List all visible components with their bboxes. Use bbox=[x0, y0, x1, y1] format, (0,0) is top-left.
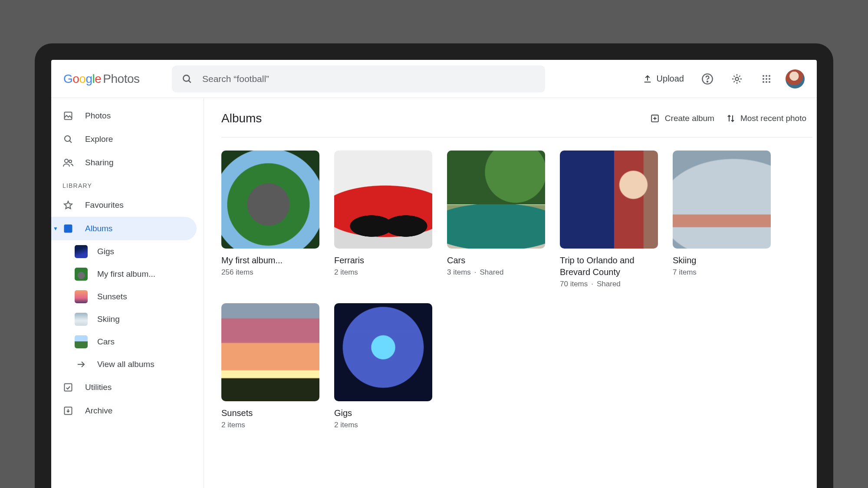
svg-point-3 bbox=[707, 81, 708, 82]
page-title: Albums bbox=[221, 111, 644, 125]
svg-line-1 bbox=[188, 80, 191, 82]
sidebar-item-archive[interactable]: Archive bbox=[51, 399, 197, 422]
upload-icon bbox=[643, 74, 652, 84]
sidebar-item-label: Archive bbox=[85, 406, 112, 416]
album-thumbnail bbox=[75, 290, 88, 303]
album-meta: 3 items·Shared bbox=[447, 268, 545, 277]
album-meta: 2 items bbox=[334, 268, 432, 277]
sidebar-item-favourites[interactable]: Favourites bbox=[51, 193, 197, 217]
sidebar-item-label: Explore bbox=[85, 134, 113, 144]
sidebar-subitem-my-first-album[interactable]: My first album... bbox=[51, 263, 197, 285]
sidebar-subitem-cars[interactable]: Cars bbox=[51, 331, 197, 353]
album-shared-badge: Shared bbox=[480, 268, 504, 276]
svg-point-0 bbox=[183, 75, 189, 81]
search-icon bbox=[181, 73, 193, 85]
sort-button[interactable]: Most recent photo bbox=[720, 110, 812, 127]
svg-point-5 bbox=[763, 75, 764, 77]
sidebar-subitem-gigs[interactable]: Gigs bbox=[51, 240, 197, 263]
album-title: Trip to Orlando and Brevard County bbox=[560, 255, 658, 278]
album-cover bbox=[560, 151, 658, 249]
sidebar-item-label: Favourites bbox=[85, 200, 124, 210]
svg-rect-21 bbox=[65, 384, 72, 391]
sidebar-item-label: Gigs bbox=[97, 247, 114, 256]
album-card[interactable]: Cars 3 items·Shared bbox=[447, 151, 545, 288]
sidebar-section-label: LIBRARY bbox=[51, 174, 204, 193]
sort-label: Most recent photo bbox=[740, 114, 806, 123]
app-header: G o o g l e Photos bbox=[51, 60, 817, 98]
sidebar-item-label: Photos bbox=[85, 111, 111, 121]
sidebar-item-utilities[interactable]: Utilities bbox=[51, 376, 197, 399]
album-meta: 7 items bbox=[673, 268, 771, 277]
plus-box-icon bbox=[650, 114, 660, 123]
album-card[interactable]: My first album... 256 items bbox=[221, 151, 319, 288]
svg-rect-14 bbox=[65, 112, 72, 120]
sidebar: Photos Explore Sharing bbox=[51, 98, 204, 488]
sidebar-item-label: Albums bbox=[85, 224, 112, 233]
sidebar-item-photos[interactable]: Photos bbox=[51, 104, 197, 128]
album-card[interactable]: Trip to Orlando and Brevard County 70 it… bbox=[560, 151, 658, 288]
main-content: Albums Create album bbox=[204, 98, 817, 488]
sidebar-item-label: My first album... bbox=[97, 269, 155, 279]
album-card[interactable]: Skiing 7 items bbox=[673, 151, 771, 288]
svg-point-9 bbox=[766, 78, 767, 80]
svg-point-11 bbox=[763, 81, 764, 83]
album-title: Sunsets bbox=[221, 407, 319, 419]
album-thumbnail bbox=[75, 268, 88, 281]
utilities-icon bbox=[62, 382, 74, 393]
search-icon bbox=[62, 134, 74, 144]
logo-letter: G bbox=[63, 72, 72, 86]
main-header: Albums Create album bbox=[221, 110, 812, 138]
album-card[interactable]: Gigs 2 items bbox=[334, 303, 432, 429]
album-title: Gigs bbox=[334, 407, 432, 419]
svg-rect-19 bbox=[65, 225, 72, 233]
logo-product: Photos bbox=[103, 72, 139, 86]
album-card[interactable]: Ferraris 2 items bbox=[334, 151, 432, 288]
help-button[interactable] bbox=[697, 69, 718, 89]
album-card[interactable]: Sunsets 2 items bbox=[221, 303, 319, 429]
svg-point-17 bbox=[65, 159, 68, 163]
svg-point-4 bbox=[735, 77, 738, 80]
svg-point-18 bbox=[69, 160, 72, 163]
sidebar-view-all-albums[interactable]: View all albums bbox=[51, 353, 197, 376]
people-icon bbox=[62, 157, 74, 168]
search-input[interactable] bbox=[202, 74, 536, 84]
sidebar-item-albums[interactable]: ▼ Albums bbox=[51, 217, 197, 240]
album-meta: 2 items bbox=[221, 421, 319, 429]
settings-button[interactable] bbox=[727, 69, 747, 89]
album-shared-badge: Shared bbox=[597, 280, 621, 288]
sidebar-item-explore[interactable]: Explore bbox=[51, 128, 197, 151]
album-cover bbox=[334, 303, 432, 401]
apps-grid-icon bbox=[761, 74, 772, 84]
album-cover bbox=[447, 151, 545, 249]
star-icon bbox=[62, 200, 74, 210]
image-icon bbox=[62, 111, 74, 121]
account-avatar[interactable] bbox=[786, 69, 805, 88]
arrow-right-icon bbox=[75, 359, 88, 370]
album-title: My first album... bbox=[221, 255, 319, 266]
sidebar-item-sharing[interactable]: Sharing bbox=[51, 151, 197, 174]
create-album-button[interactable]: Create album bbox=[644, 110, 720, 127]
upload-label: Upload bbox=[657, 74, 684, 84]
album-thumbnail bbox=[75, 335, 88, 348]
album-meta: 70 items·Shared bbox=[560, 280, 658, 288]
upload-button[interactable]: Upload bbox=[638, 70, 688, 87]
svg-point-8 bbox=[763, 78, 764, 80]
logo-letter: o bbox=[72, 72, 79, 86]
sidebar-item-label: Sunsets bbox=[97, 292, 127, 301]
sidebar-item-label: Sharing bbox=[85, 158, 114, 167]
album-cover bbox=[673, 151, 771, 249]
svg-point-10 bbox=[769, 78, 770, 80]
app-logo[interactable]: G o o g l e Photos bbox=[63, 72, 163, 86]
album-thumbnail bbox=[75, 245, 88, 258]
apps-button[interactable] bbox=[756, 69, 777, 89]
album-title: Ferraris bbox=[334, 255, 432, 266]
sidebar-subitem-skiing[interactable]: Skiing bbox=[51, 308, 197, 331]
svg-rect-20 bbox=[66, 225, 67, 233]
search-bar[interactable] bbox=[172, 66, 545, 92]
chevron-down-icon[interactable]: ▼ bbox=[53, 226, 58, 232]
album-title: Cars bbox=[447, 255, 545, 266]
sidebar-item-label: Utilities bbox=[85, 383, 112, 392]
sidebar-item-label: Cars bbox=[97, 337, 115, 347]
sidebar-subitem-sunsets[interactable]: Sunsets bbox=[51, 285, 197, 308]
logo-letter: e bbox=[95, 72, 101, 86]
